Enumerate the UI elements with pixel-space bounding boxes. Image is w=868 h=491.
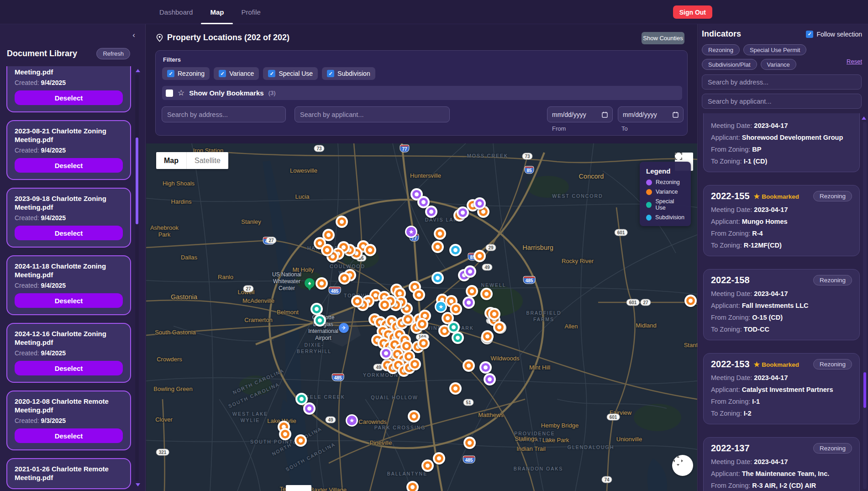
indicators-scrollbar-thumb[interactable]	[863, 372, 866, 408]
property-marker-variance[interactable]	[417, 337, 430, 349]
filter-chip-special-use[interactable]: ✓Special Use	[263, 67, 318, 80]
property-marker-variance[interactable]	[481, 330, 494, 343]
property-marker-rezoning[interactable]	[380, 347, 392, 359]
property-marker-special_use[interactable]	[314, 314, 326, 327]
property-marker-rezoning[interactable]	[457, 206, 469, 219]
sign-out-button[interactable]: Sign Out	[673, 5, 712, 19]
property-marker-variance[interactable]	[413, 289, 425, 301]
scroll-up-arrow[interactable]	[136, 69, 140, 72]
indicator-card[interactable]: Meeting Date: 2023-04-17Applicant: Shore…	[703, 113, 860, 172]
indicator-pill-special-use-permit[interactable]: Special Use Permit	[743, 44, 807, 55]
indicator-card[interactable]: 2022-155★ BookmarkedRezoningMeeting Date…	[703, 185, 860, 256]
date-from-input[interactable]: mm/dd/yyyy	[547, 106, 613, 122]
indicators-scrollbar[interactable]	[863, 122, 867, 489]
bookmarked-marker-rezoning[interactable]: ★	[405, 226, 417, 238]
indicator-pill-subdivision-plat[interactable]: Subdivision/Plat	[702, 59, 757, 70]
deselect-button[interactable]: Deselect	[15, 90, 123, 105]
property-marker-variance[interactable]	[466, 285, 478, 297]
property-marker-special_use[interactable]	[310, 303, 323, 315]
applicant-search-input[interactable]	[295, 106, 450, 122]
indicator-pill-rezoning[interactable]: Rezoning	[702, 44, 740, 55]
indicator-pill-variance[interactable]: Variance	[761, 59, 796, 70]
route-shield: 601	[607, 414, 620, 421]
property-marker-variance[interactable]	[406, 481, 419, 491]
filter-chip-rezoning[interactable]: ✓Rezoning	[162, 67, 210, 80]
address-search-input[interactable]	[162, 106, 286, 122]
property-marker-variance[interactable]	[488, 308, 500, 320]
property-marker-rezoning[interactable]	[425, 206, 437, 218]
map-type-map[interactable]: Map	[156, 152, 186, 169]
indicators-applicant-search-input[interactable]	[702, 94, 862, 109]
refresh-button[interactable]: Refresh	[96, 48, 130, 59]
collapse-sidebar-icon[interactable]: ‹	[132, 31, 135, 40]
property-marker-variance[interactable]	[316, 277, 328, 290]
property-marker-variance[interactable]	[336, 216, 348, 228]
property-marker-variance[interactable]	[421, 459, 434, 472]
deselect-button[interactable]: Deselect	[15, 361, 123, 375]
deselect-button[interactable]: Deselect	[15, 158, 123, 173]
follow-selection-checkbox[interactable]: ✓	[806, 31, 813, 38]
filter-chip-subdivision[interactable]: ✓Subdivision	[322, 67, 375, 80]
bookmarked-marker-rezoning[interactable]: ★	[346, 414, 358, 427]
property-marker-variance[interactable]	[279, 428, 291, 440]
property-marker-subdivision[interactable]	[449, 244, 462, 256]
deselect-button[interactable]: Deselect	[15, 428, 123, 443]
property-marker-rezoning[interactable]	[303, 402, 316, 415]
indicators-address-search-input[interactable]	[702, 74, 862, 90]
property-marker-variance[interactable]	[364, 244, 376, 256]
tab-profile[interactable]: Profile	[241, 0, 261, 24]
property-marker-variance[interactable]	[416, 318, 428, 330]
bookmarks-checkbox[interactable]	[166, 90, 173, 97]
filter-checkbox[interactable]: ✓	[268, 70, 275, 77]
show-counties-button[interactable]: Show Counties	[642, 32, 684, 44]
property-marker-rezoning[interactable]	[464, 265, 476, 278]
show-only-bookmarks-toggle[interactable]: ☆ Show Only Bookmarks (3)	[162, 86, 682, 100]
bookmarked-marker-subdivision[interactable]: ★	[435, 301, 447, 313]
property-marker-variance[interactable]	[463, 359, 475, 372]
property-marker-variance[interactable]	[338, 272, 351, 285]
deselect-button[interactable]: Deselect	[15, 293, 123, 308]
follow-selection-toggle[interactable]: ✓ Follow selection	[806, 31, 862, 38]
filter-chip-variance[interactable]: ✓Variance	[214, 67, 259, 80]
property-marker-variance[interactable]	[473, 250, 486, 262]
tab-map[interactable]: Map	[210, 0, 224, 24]
property-marker-variance[interactable]	[431, 241, 444, 253]
property-marker-rezoning[interactable]	[463, 296, 475, 309]
library-scrollbar[interactable]	[135, 74, 139, 481]
property-marker-variance[interactable]	[684, 295, 697, 307]
property-marker-subdivision[interactable]	[431, 272, 444, 284]
map-canvas[interactable]: Iron StationLowesvilleHuntersvilleConcor…	[146, 143, 697, 491]
property-marker-variance[interactable]	[295, 434, 307, 447]
property-marker-variance[interactable]	[463, 437, 476, 449]
property-marker-special_use[interactable]	[452, 332, 464, 344]
indicator-card[interactable]: 2022-153★ BookmarkedRezoningMeeting Date…	[703, 353, 860, 424]
indicator-card[interactable]: 2022-137RezoningMeeting Date: 2023-04-17…	[703, 437, 860, 491]
property-marker-variance[interactable]	[493, 321, 505, 333]
property-marker-rezoning[interactable]	[479, 361, 492, 374]
map-bottom-control[interactable]	[286, 485, 311, 491]
property-marker-variance[interactable]	[351, 295, 363, 307]
library-scrollbar-thumb[interactable]	[136, 137, 138, 224]
property-marker-variance[interactable]	[379, 299, 391, 311]
pan-control[interactable]	[672, 455, 693, 476]
reset-link[interactable]: Reset	[847, 58, 862, 65]
property-marker-variance[interactable]	[433, 452, 445, 465]
property-marker-variance[interactable]	[409, 358, 421, 370]
scroll-down-arrow[interactable]	[136, 483, 140, 486]
property-marker-variance[interactable]	[434, 227, 446, 240]
filter-checkbox[interactable]: ✓	[327, 70, 334, 77]
map-type-satellite[interactable]: Satellite	[186, 152, 228, 169]
property-marker-variance[interactable]	[408, 410, 420, 422]
deselect-button[interactable]: Deselect	[15, 226, 123, 240]
indicators-scroll-up-arrow[interactable]	[862, 116, 866, 120]
tab-dashboard[interactable]: Dashboard	[159, 0, 193, 24]
indicator-card[interactable]: 2022-158RezoningMeeting Date: 2023-04-17…	[703, 269, 860, 340]
property-marker-variance[interactable]	[449, 382, 462, 395]
property-marker-variance[interactable]	[480, 288, 493, 300]
property-marker-variance[interactable]	[321, 244, 333, 256]
filter-checkbox[interactable]: ✓	[167, 70, 174, 77]
property-marker-rezoning[interactable]	[484, 373, 496, 385]
date-to-input[interactable]: mm/dd/yyyy	[618, 106, 684, 122]
filter-checkbox[interactable]: ✓	[219, 70, 226, 77]
property-marker-rezoning[interactable]	[473, 197, 486, 210]
